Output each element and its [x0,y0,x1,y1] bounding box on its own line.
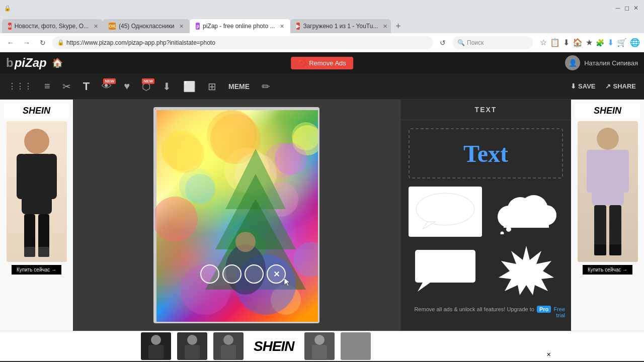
burst-bubble-svg [494,245,559,295]
left-ad: SHEIN Купить сейчас → [0,100,73,331]
promo-bar: Remove all ads & unlock all features! Up… [400,303,571,321]
save-label: SAVE [578,82,595,90]
tab-ok-close[interactable]: ✕ [179,23,184,30]
remove-ads-button[interactable]: 🚫 Remove Ads [291,57,353,69]
canvas-area[interactable]: ✕ [73,100,400,331]
pro-badge[interactable]: Pro [537,306,551,313]
text-preview-box[interactable]: Text [409,128,563,178]
save-icon: ⬇ [571,82,576,90]
bottom-ad-close[interactable]: ✕ [546,351,551,358]
paint-icon: ✂ [62,80,71,93]
canvas-overlay-svg [155,109,319,323]
restore-button[interactable]: ◻ [623,4,631,12]
search-bar[interactable]: 🔍 Поиск [452,36,533,49]
bubble-burst-item[interactable] [490,245,564,295]
svg-point-17 [293,242,319,277]
left-ad-shein-logo: SHEIN [4,104,69,118]
bubble-cloud-item[interactable] [490,187,564,237]
bottom-ad-img-2 [177,332,207,360]
yt-favicon: ▶ [296,23,300,30]
tool-effects[interactable]: NEW 👁 [102,80,112,92]
forward-button[interactable]: → [20,36,33,49]
download2-icon[interactable]: ⬇ [607,38,614,47]
svg-marker-27 [423,222,435,229]
panel-title: TEXT [400,100,571,120]
tool-crop[interactable]: NEW ⬡ [142,80,150,93]
toolbar: ⋮⋮⋮ ≡ ✂ T NEW 👁 ♥ NEW ⬡ ⬇ ⬜ ⊞ [0,73,644,100]
tool-frames[interactable]: ⬜ [183,80,196,93]
reading-icon[interactable]: 📋 [550,38,560,47]
svg-rect-32 [504,217,549,228]
stamp-icon: ⬇ [163,80,171,93]
svg-point-0 [24,129,49,154]
crop-new-badge: NEW [142,78,154,84]
tool-stamp[interactable]: ⬇ [163,80,171,93]
cart-icon[interactable]: 🛒 [617,38,627,47]
svg-rect-6 [24,247,35,257]
minimize-button[interactable]: ─ [614,4,622,12]
canvas-image[interactable]: ✕ [153,107,319,323]
tool-text[interactable]: T [83,80,90,93]
translate-icon[interactable]: 🌐 [630,38,640,47]
svg-point-13 [185,174,215,204]
toolbar-right: ⬇ SAVE ↗ SHARE [571,82,636,90]
tab-ok[interactable]: OK (45) Одноклассники ✕ [103,19,190,33]
tab-pizap[interactable]: p piZap - free online photo ... ✕ [190,19,290,33]
save-button[interactable]: ⬇ SAVE [571,82,595,90]
tool-adjust[interactable]: ≡ [44,80,50,92]
right-panel: TEXT Text [400,100,571,331]
frames-icon: ⬜ [183,80,196,93]
tab-yt-close[interactable]: ✕ [383,23,387,30]
fav-icon[interactable]: ★ [586,38,593,47]
cursor-indicator [283,277,293,289]
close-button[interactable]: ✕ [632,4,640,12]
tab-news[interactable]: М Новости, фото, Skype, О... ✕ [2,19,103,33]
url-bar[interactable]: 🔒 https://www.pizap.com/pizap-app.php?in… [52,36,433,49]
browser-titlebar: 🔒 ─ ◻ ✕ [0,0,644,16]
bubble-oval-item[interactable] [409,187,482,237]
refresh-icon[interactable]: ↺ [436,36,449,49]
new-tab-button[interactable]: + [391,19,405,33]
svg-rect-40 [587,150,598,193]
svg-point-46 [151,335,161,345]
bottom-ad-content: SHEIN [141,332,503,360]
download-icon[interactable]: ⬇ [563,38,570,47]
home-button[interactable]: 🏠 [52,57,63,68]
draw-icon: ✏ [262,80,270,93]
tool-meme[interactable]: MEME [228,82,250,90]
tab-yt[interactable]: ▶ Загружено 1 из 1 - YouTu... ✕ [290,19,391,33]
cloud-bubble-svg [491,189,561,234]
tool-stickers[interactable]: ♥ [124,80,130,92]
svg-point-25 [235,232,256,252]
back-button[interactable]: ← [4,36,17,49]
text-icon: T [83,80,90,93]
text-preview: Text [463,140,508,167]
tool-collage[interactable]: ⊞ [208,80,216,93]
news-favicon: М [8,23,12,30]
tool-draw[interactable]: ✏ [262,80,270,93]
svg-point-26 [416,193,474,225]
extensions-icon[interactable]: 🧩 [596,39,604,47]
tool-paint[interactable]: ✂ [62,80,71,93]
x-icon: ✕ [273,269,280,279]
lock-icon: 🔒 [57,39,64,46]
tab-news-close[interactable]: ✕ [94,23,98,30]
tool-menu[interactable]: ⋮⋮⋮ [8,81,32,91]
home-icon[interactable]: 🏠 [573,38,583,47]
bubble-rect-item[interactable] [409,245,482,295]
svg-point-8 [166,135,204,173]
avatar: 👤 [565,55,580,70]
tab-pizap-close[interactable]: ✕ [280,23,284,30]
right-ad-buy-button[interactable]: Купить сейчас → [583,265,632,275]
bottom-ad-img-3 [213,332,244,360]
star-icon[interactable]: ☆ [540,38,547,47]
free-trial-link[interactable]: Free trial [553,306,565,318]
reload-button[interactable]: ↻ [36,36,49,49]
right-ad: SHEIN Купить сейчас → [571,100,644,331]
share-button[interactable]: ↗ SHARE [605,82,636,90]
content-row: SHEIN Купить сейчас → [0,100,644,331]
search-icon: 🔍 [457,39,465,46]
right-ad-shein-logo: SHEIN [575,104,640,118]
left-ad-buy-button[interactable]: Купить сейчас → [12,265,61,275]
remove-ads-label: Remove Ads [309,59,346,67]
